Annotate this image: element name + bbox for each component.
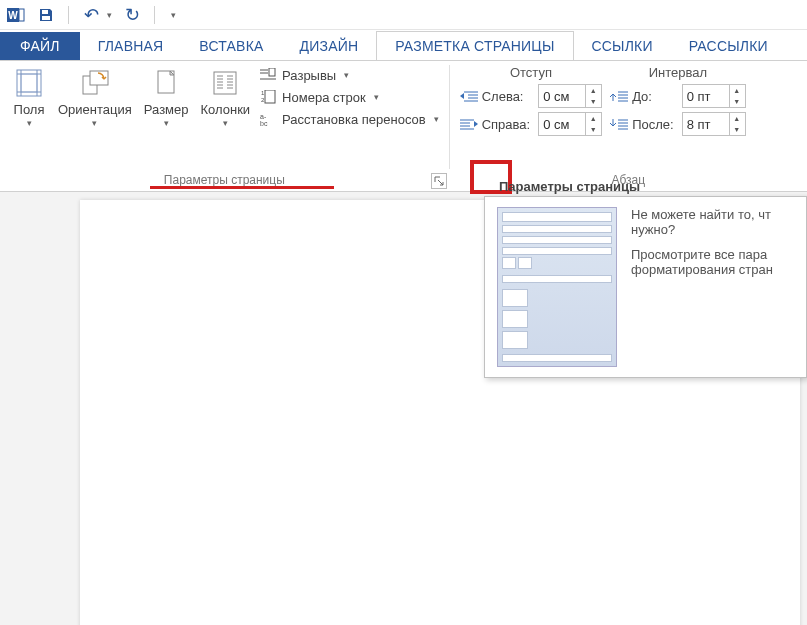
spin-up-icon[interactable]: ▲ bbox=[730, 113, 744, 124]
page-setup-launcher[interactable] bbox=[431, 173, 447, 189]
indent-left-icon bbox=[460, 89, 478, 103]
chevron-down-icon: ▾ bbox=[223, 118, 228, 128]
hyphenation-icon: a-bc bbox=[260, 111, 276, 127]
spin-down-icon[interactable]: ▼ bbox=[730, 124, 744, 135]
tab-home[interactable]: ГЛАВНАЯ bbox=[80, 32, 182, 60]
spacing-before-input[interactable]: ▲▼ bbox=[682, 84, 746, 108]
breaks-icon bbox=[260, 67, 276, 83]
columns-icon bbox=[209, 67, 241, 99]
margins-button[interactable]: Поля ▾ bbox=[6, 65, 52, 128]
line-numbers-button[interactable]: 12 Номера строк ▾ bbox=[260, 89, 439, 105]
svg-text:a-: a- bbox=[260, 113, 267, 120]
svg-text:1: 1 bbox=[261, 90, 265, 96]
chevron-down-icon: ▾ bbox=[164, 118, 169, 128]
orientation-icon bbox=[79, 67, 111, 99]
spin-down-icon[interactable]: ▼ bbox=[586, 124, 600, 135]
svg-text:W: W bbox=[8, 10, 18, 21]
page-setup-tooltip: Параметры страницы Не можете найти то, ч… bbox=[484, 196, 807, 378]
indent-left-input[interactable]: ▲▼ bbox=[538, 84, 602, 108]
spacing-before-icon bbox=[610, 89, 628, 103]
svg-rect-4 bbox=[42, 16, 50, 20]
line-numbers-icon: 12 bbox=[260, 89, 276, 105]
tab-references[interactable]: ССЫЛКИ bbox=[574, 32, 671, 60]
size-button[interactable]: Размер ▾ bbox=[138, 65, 195, 128]
line-numbers-label: Номера строк bbox=[282, 90, 365, 105]
separator bbox=[154, 6, 155, 24]
svg-rect-2 bbox=[19, 9, 24, 21]
undo-icon[interactable]: ↶ bbox=[81, 5, 101, 25]
svg-rect-14 bbox=[214, 72, 236, 94]
group-page-setup: Поля ▾ Ориентация ▾ Размер ▾ Колонки ▾ bbox=[0, 61, 449, 191]
svg-rect-27 bbox=[269, 68, 275, 76]
margins-label: Поля bbox=[14, 102, 45, 118]
svg-rect-31 bbox=[265, 90, 275, 103]
indent-left-label: Слева: bbox=[460, 89, 531, 104]
tab-design[interactable]: ДИЗАЙН bbox=[282, 32, 377, 60]
spin-down-icon[interactable]: ▼ bbox=[730, 96, 744, 107]
orientation-label: Ориентация bbox=[58, 102, 132, 118]
indent-right-label: Справа: bbox=[460, 117, 531, 132]
tooltip-title: Параметры страницы bbox=[499, 179, 640, 194]
tab-insert[interactable]: ВСТАВКА bbox=[181, 32, 281, 60]
chevron-down-icon: ▾ bbox=[374, 92, 379, 102]
undo-dropdown-icon[interactable]: ▾ bbox=[107, 10, 112, 20]
quick-access-toolbar: W ↶ ▾ ↻ ▾ bbox=[0, 0, 807, 30]
save-icon[interactable] bbox=[36, 5, 56, 25]
annotation-underline bbox=[150, 186, 334, 189]
indent-right-input[interactable]: ▲▼ bbox=[538, 112, 602, 136]
hyphenation-label: Расстановка переносов bbox=[282, 112, 426, 127]
indent-right-icon bbox=[460, 117, 478, 131]
redo-icon[interactable]: ↻ bbox=[122, 5, 142, 25]
indent-heading: Отступ bbox=[460, 65, 603, 80]
spin-up-icon[interactable]: ▲ bbox=[586, 85, 600, 96]
svg-text:bc: bc bbox=[260, 120, 268, 126]
orientation-button[interactable]: Ориентация ▾ bbox=[52, 65, 138, 128]
qat-customize-icon[interactable]: ▾ bbox=[171, 10, 176, 20]
chevron-down-icon: ▾ bbox=[344, 70, 349, 80]
hyphenation-button[interactable]: a-bc Расстановка переносов ▾ bbox=[260, 111, 439, 127]
spacing-before-label: До: bbox=[610, 89, 674, 104]
svg-text:2: 2 bbox=[261, 97, 265, 103]
margins-icon bbox=[13, 67, 45, 99]
size-icon bbox=[150, 67, 182, 99]
breaks-label: Разрывы bbox=[282, 68, 336, 83]
svg-rect-3 bbox=[42, 10, 48, 14]
tab-file[interactable]: ФАЙЛ bbox=[0, 32, 80, 60]
tab-mailings[interactable]: РАССЫЛКИ bbox=[671, 32, 786, 60]
tab-page-layout[interactable]: РАЗМЕТКА СТРАНИЦЫ bbox=[376, 31, 573, 61]
breaks-button[interactable]: Разрывы ▾ bbox=[260, 67, 439, 83]
chevron-down-icon: ▾ bbox=[434, 114, 439, 124]
spacing-heading: Интервал bbox=[610, 65, 746, 80]
spin-up-icon[interactable]: ▲ bbox=[730, 85, 744, 96]
ribbon-tabs: ФАЙЛ ГЛАВНАЯ ВСТАВКА ДИЗАЙН РАЗМЕТКА СТР… bbox=[0, 30, 807, 60]
size-label: Размер bbox=[144, 102, 189, 118]
columns-label: Колонки bbox=[201, 102, 251, 118]
spacing-after-icon bbox=[610, 117, 628, 131]
ribbon: Поля ▾ Ориентация ▾ Размер ▾ Колонки ▾ bbox=[0, 60, 807, 192]
spin-up-icon[interactable]: ▲ bbox=[586, 113, 600, 124]
chevron-down-icon: ▾ bbox=[92, 118, 97, 128]
separator bbox=[68, 6, 69, 24]
columns-button[interactable]: Колонки ▾ bbox=[195, 65, 257, 128]
spin-down-icon[interactable]: ▼ bbox=[586, 96, 600, 107]
spacing-after-input[interactable]: ▲▼ bbox=[682, 112, 746, 136]
word-app-icon: W bbox=[6, 5, 26, 25]
chevron-down-icon: ▾ bbox=[27, 118, 32, 128]
spacing-after-label: После: bbox=[610, 117, 674, 132]
tooltip-text: Не можете найти то, чтнужно? Просмотрите… bbox=[631, 207, 794, 367]
tooltip-thumbnail bbox=[497, 207, 617, 367]
